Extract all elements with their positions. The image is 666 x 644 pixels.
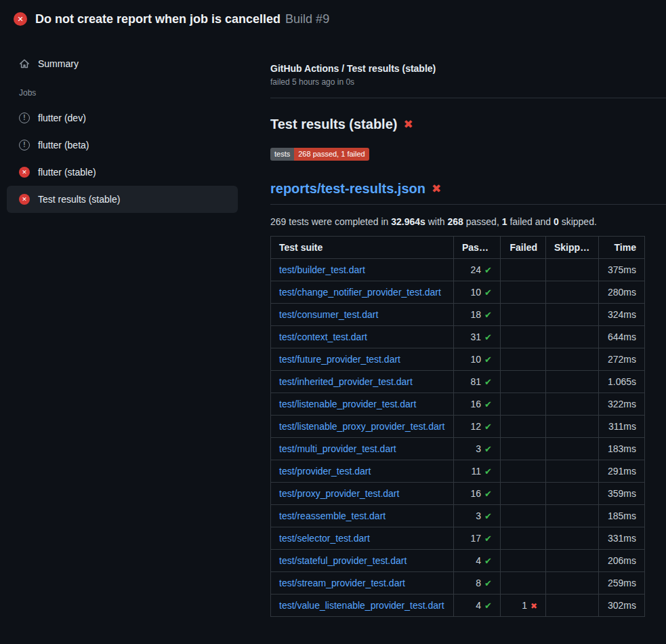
- check-icon: ✔: [484, 422, 492, 432]
- test-suite-link[interactable]: test/context_test.dart: [279, 331, 367, 342]
- passed-count: 31: [471, 331, 482, 342]
- test-suite-link[interactable]: test/stateful_provider_test.dart: [279, 555, 407, 566]
- skipped-cell: [546, 527, 599, 550]
- failed-cell: [501, 326, 546, 348]
- failed-cell: [501, 550, 546, 572]
- test-suite-link[interactable]: test/proxy_provider_test.dart: [279, 488, 399, 499]
- skipped-cell: [546, 438, 599, 460]
- passed-cell: 81✔: [454, 371, 501, 393]
- skipped-cell: [546, 550, 599, 572]
- failed-count: 1: [522, 600, 527, 611]
- table-row: test/reassemble_test.dart3✔185ms: [271, 505, 645, 527]
- table-header-row: Test suite Passed Failed Skipped Time: [271, 237, 645, 259]
- time-cell: 375ms: [599, 259, 645, 281]
- check-icon: ✔: [484, 265, 492, 275]
- test-suite-link[interactable]: test/stream_provider_test.dart: [279, 578, 405, 588]
- passed-count: 8: [476, 578, 481, 588]
- cross-icon: ✖: [530, 601, 537, 611]
- skipped-cell: [546, 416, 599, 438]
- failed-cell: [501, 572, 546, 595]
- summary-skipped-count: 0: [554, 216, 559, 227]
- check-icon: ✔: [484, 399, 492, 409]
- failed-status-icon: ✕: [19, 167, 30, 178]
- time-cell: 322ms: [599, 393, 645, 416]
- passed-count: 3: [476, 510, 481, 521]
- time-cell: 185ms: [599, 505, 645, 527]
- header-passed: Passed: [454, 237, 501, 259]
- passed-count: 16: [471, 399, 482, 409]
- sidebar-item-flutter-stable[interactable]: ✕ flutter (stable): [7, 159, 238, 186]
- header-skipped: Skipped: [546, 237, 599, 259]
- suite-cell: test/stateful_provider_test.dart: [271, 550, 454, 572]
- header-failed: Failed: [501, 237, 546, 259]
- passed-count: 11: [472, 466, 482, 477]
- time-cell: 259ms: [599, 572, 645, 595]
- test-suite-link[interactable]: test/builder_test.dart: [279, 264, 365, 275]
- run-title: Do not create report when job is cancell…: [35, 12, 329, 26]
- summary-text: failed and: [507, 216, 554, 227]
- test-suite-link[interactable]: test/provider_test.dart: [279, 466, 371, 477]
- table-row: test/provider_test.dart11✔291ms: [271, 460, 645, 483]
- check-icon: ✔: [484, 556, 492, 566]
- skipped-cell: [546, 572, 599, 595]
- sidebar-item-flutter-dev[interactable]: ! flutter (dev): [7, 104, 238, 132]
- check-icon: ✔: [484, 310, 492, 320]
- check-icon: ✔: [484, 377, 492, 387]
- suite-cell: test/proxy_provider_test.dart: [271, 483, 454, 505]
- time-cell: 1.065s: [599, 371, 645, 393]
- check-icon: ✔: [484, 578, 492, 588]
- test-suite-link[interactable]: test/listenable_provider_test.dart: [279, 399, 416, 409]
- passed-cell: 31✔: [454, 326, 501, 348]
- table-row: test/value_listenable_provider_test.dart…: [271, 595, 645, 617]
- build-number: Build #9: [285, 12, 329, 26]
- test-suite-link[interactable]: test/value_listenable_provider_test.dart: [279, 600, 444, 611]
- divider: [270, 98, 666, 98]
- passed-cell: 11✔: [454, 460, 501, 483]
- time-cell: 183ms: [599, 438, 645, 460]
- test-suite-link[interactable]: test/future_provider_test.dart: [279, 354, 400, 365]
- failed-status-icon: ✕: [19, 194, 30, 205]
- passed-cell: 3✔: [454, 505, 501, 527]
- failed-cell: [501, 460, 546, 483]
- neutral-status-icon: !: [19, 140, 30, 150]
- suite-cell: test/future_provider_test.dart: [271, 348, 454, 371]
- test-suite-link[interactable]: test/change_notifier_provider_test.dart: [279, 287, 441, 298]
- passed-count: 10: [471, 287, 482, 298]
- failed-cell: [501, 416, 546, 438]
- time-cell: 359ms: [599, 483, 645, 505]
- test-suite-link[interactable]: test/multi_provider_test.dart: [279, 443, 396, 454]
- passed-cell: 4✔: [454, 550, 501, 572]
- check-icon: ✔: [484, 444, 492, 454]
- time-cell: 206ms: [599, 550, 645, 572]
- sidebar-item-flutter-beta[interactable]: ! flutter (beta): [7, 132, 238, 159]
- job-label: flutter (stable): [38, 167, 96, 178]
- report-file-link[interactable]: reports/test-results.json: [270, 181, 425, 197]
- summary-passed-count: 268: [448, 216, 463, 227]
- time-cell: 302ms: [599, 595, 645, 617]
- passed-cell: 8✔: [454, 572, 501, 595]
- check-icon: ✔: [484, 511, 492, 521]
- section-title-text: Test results (stable): [270, 117, 397, 132]
- time-cell: 291ms: [599, 460, 645, 483]
- sidebar-item-test-results-stable[interactable]: ✕ Test results (stable): [7, 186, 238, 213]
- summary-total-time: 32.964s: [391, 216, 425, 227]
- check-icon: ✔: [484, 332, 492, 342]
- failed-cell: 1✖: [501, 595, 546, 617]
- time-cell: 280ms: [599, 281, 645, 304]
- test-suite-link[interactable]: test/inherited_provider_test.dart: [279, 376, 413, 387]
- suite-cell: test/selector_test.dart: [271, 527, 454, 550]
- table-row: test/consumer_test.dart18✔324ms: [271, 304, 645, 326]
- skipped-cell: [546, 505, 599, 527]
- test-suite-link[interactable]: test/listenable_proxy_provider_test.dart: [279, 421, 444, 432]
- sidebar-item-summary[interactable]: Summary: [7, 52, 238, 76]
- suite-cell: test/stream_provider_test.dart: [271, 572, 454, 595]
- passed-cell: 10✔: [454, 281, 501, 304]
- summary-text: skipped.: [559, 216, 597, 227]
- test-suite-link[interactable]: test/reassemble_test.dart: [279, 510, 386, 521]
- table-row: test/inherited_provider_test.dart81✔1.06…: [271, 371, 645, 393]
- failed-cell: [501, 371, 546, 393]
- test-suite-link[interactable]: test/selector_test.dart: [279, 533, 370, 544]
- passed-cell: 24✔: [454, 259, 501, 281]
- test-suite-link[interactable]: test/consumer_test.dart: [279, 309, 378, 320]
- skipped-cell: [546, 348, 599, 371]
